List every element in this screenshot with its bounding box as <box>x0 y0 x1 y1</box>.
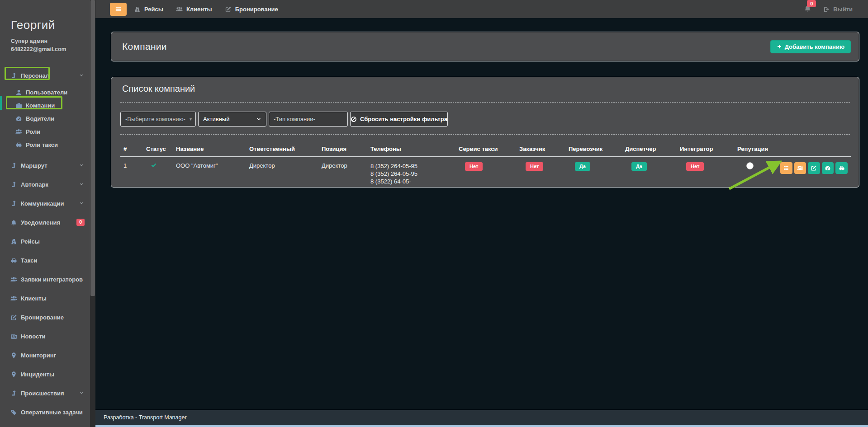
page-header-panel: Компании Добавить компанию <box>111 32 859 61</box>
footer: Разработка - Transport Manager <box>95 410 868 425</box>
hamburger-icon <box>115 6 122 13</box>
reputation-radio[interactable] <box>746 162 754 169</box>
notifications-button[interactable]: 0 <box>804 5 811 14</box>
cell-taxi-service: Нет <box>455 157 516 185</box>
sidebar-item-roles[interactable]: Роли <box>0 125 90 138</box>
menu-toggle-button[interactable] <box>110 3 127 16</box>
cell-phones: 8 (352) 264-05-95 8 (352) 264-05-95 8 (3… <box>367 157 455 185</box>
sidebar-item-trips[interactable]: Рейсы <box>0 235 90 248</box>
tachometer-icon <box>825 165 831 171</box>
page-title: Компании <box>122 41 167 52</box>
table-row: 1 ООО "Автомиг" Директор Директор 8 (352… <box>120 157 851 185</box>
sidebar: Георгий Супер админ 6482222@gmail.com Пе… <box>0 0 90 427</box>
company-users-button[interactable] <box>794 162 806 174</box>
sidebar-item-incidents[interactable]: Инциденты <box>0 367 90 381</box>
company-vehicles-button[interactable] <box>835 162 848 174</box>
users-icon <box>10 276 17 283</box>
status-badge: Да <box>631 162 647 171</box>
cell-dispatcher: Да <box>622 157 677 185</box>
users-icon <box>15 128 22 135</box>
edit-company-button[interactable] <box>808 162 820 174</box>
tags-icon <box>10 409 17 416</box>
sidebar-item-operational-tasks[interactable]: Оперативные задачи <box>0 405 90 419</box>
cell-responsible: Директор <box>246 157 318 185</box>
cell-integrator: Нет <box>677 157 734 185</box>
col-header-reputation: Репутация <box>734 143 777 157</box>
sidebar-item-accidents[interactable]: Происшествия <box>0 386 90 400</box>
status-badge: Нет <box>686 162 704 171</box>
list-icon <box>783 165 789 171</box>
cell-customer: Нет <box>516 157 565 185</box>
topbar-link-booking[interactable]: Бронирование <box>225 6 278 13</box>
level-up-icon <box>10 181 17 188</box>
panel-title: Список компаний <box>122 84 195 94</box>
level-up-icon <box>10 200 17 207</box>
sidebar-scrollbar-thumb[interactable] <box>90 0 95 296</box>
level-up-icon <box>10 390 17 397</box>
status-filter-select[interactable]: Активный <box>198 112 266 127</box>
chevron-down-icon <box>79 391 84 395</box>
users-icon <box>10 295 17 302</box>
tachometer-icon <box>15 115 22 122</box>
reset-filters-button[interactable]: Сбросить настройки фильтра <box>350 112 448 127</box>
bottom-edge-strip <box>95 425 868 427</box>
sidebar-item-notifications[interactable]: Уведомления 0 <box>0 216 90 229</box>
company-type-input[interactable] <box>269 112 348 127</box>
col-header-phones: Телефоны <box>367 143 455 157</box>
add-company-button[interactable]: Добавить компанию <box>770 40 851 53</box>
notification-count-badge: 0 <box>807 0 816 7</box>
col-header-name: Название <box>173 143 246 157</box>
footer-text: Разработка - Transport Manager <box>104 414 187 421</box>
topbar-nav: Рейсы Клиенты Бронирование <box>134 6 278 13</box>
sidebar-menu: Персонал Пользователи Компании Водители … <box>0 69 90 419</box>
sidebar-item-booking[interactable]: Бронирование <box>0 310 90 324</box>
logout-button[interactable]: Выйти <box>823 6 853 13</box>
active-item-indicator <box>0 96 2 110</box>
sidebar-item-taxi-roles[interactable]: Роли такси <box>0 138 90 151</box>
cell-position: Директор <box>318 157 367 185</box>
newspaper-icon <box>10 333 17 340</box>
sidebar-item-companies[interactable]: Компании <box>0 99 90 112</box>
sidebar-item-news[interactable]: Новости <box>0 329 90 343</box>
col-header-integrator: Интегратор <box>677 143 734 157</box>
col-header-position: Позиция <box>318 143 367 157</box>
status-badge: Нет <box>526 162 543 171</box>
col-header-carrier: Перевозчик <box>565 143 622 157</box>
car-icon <box>10 257 17 264</box>
details-button[interactable] <box>780 162 792 174</box>
sidebar-item-integrator-requests[interactable]: Заявки интеграторов <box>0 272 90 286</box>
sign-out-icon <box>823 6 830 13</box>
car-icon <box>839 165 845 171</box>
topbar-link-clients[interactable]: Клиенты <box>176 6 212 13</box>
cell-carrier: Да <box>565 157 622 185</box>
cell-num: 1 <box>120 157 143 185</box>
col-header-actions <box>777 143 851 157</box>
company-drivers-button[interactable] <box>822 162 834 174</box>
sidebar-item-personal[interactable]: Персонал <box>0 69 90 82</box>
company-filter-select[interactable]: -Выберите компанию- ▾ <box>120 112 196 127</box>
sidebar-item-fleet[interactable]: Автопарк <box>0 178 90 191</box>
user-profile: Георгий Супер админ 6482222@gmail.com <box>0 0 90 53</box>
topbar-link-trips[interactable]: Рейсы <box>134 6 163 13</box>
col-header-responsible: Ответственный <box>246 143 318 157</box>
caret-down-icon: ▾ <box>190 117 192 122</box>
ban-icon <box>351 116 357 122</box>
sidebar-item-clients[interactable]: Клиенты <box>0 291 90 305</box>
sidebar-item-monitoring[interactable]: Мониторинг <box>0 348 90 362</box>
user-email: 6482222@gmail.com <box>11 46 90 54</box>
cell-reputation <box>734 157 777 185</box>
status-badge: Да <box>575 162 590 171</box>
edit-icon <box>225 6 232 13</box>
users-icon <box>797 165 803 171</box>
bell-icon <box>10 219 17 226</box>
sidebar-item-taxi[interactable]: Такси <box>0 253 90 267</box>
sidebar-item-drivers[interactable]: Водители <box>0 112 90 125</box>
table-header-row: # Статус Название Ответственный Позиция … <box>120 143 851 157</box>
sidebar-item-users[interactable]: Пользователи <box>0 86 90 99</box>
sidebar-item-communications[interactable]: Коммуникации <box>0 197 90 210</box>
cell-name: ООО "Автомиг" <box>173 157 246 185</box>
col-header-dispatcher: Диспетчер <box>622 143 677 157</box>
sidebar-item-route[interactable]: Маршрут <box>0 159 90 172</box>
col-header-customer: Заказчик <box>516 143 565 157</box>
road-icon <box>134 6 141 13</box>
